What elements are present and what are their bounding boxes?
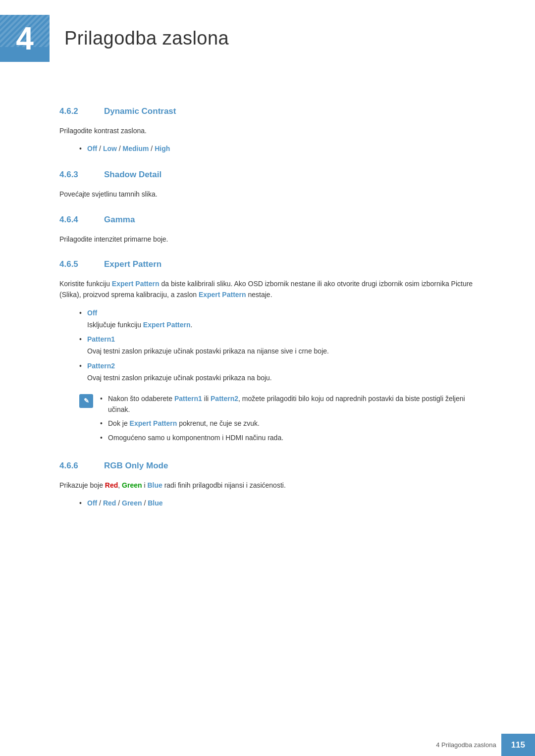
- section-heading-4-6-3: 4.6.3 Shadow Detail: [59, 170, 476, 180]
- option-off-desc: Isključuje funkciju Expert Pattern.: [87, 321, 192, 329]
- section-heading-4-6-2: 4.6.2 Dynamic Contrast: [59, 106, 476, 116]
- note-text-2b: pokrenut, ne čuje se zvuk.: [177, 419, 260, 427]
- note-item-1: Nakon što odaberete Pattern1 ili Pattern…: [100, 393, 476, 415]
- section-title-4-6-5: Expert Pattern: [104, 259, 161, 269]
- chapter-number: 4: [16, 23, 34, 54]
- pattern2-ref: Pattern2: [211, 395, 238, 403]
- note-icon-symbol: ✎: [84, 397, 89, 404]
- note-item-3: Omogućeno samo u komponentnom i HDMI nač…: [100, 432, 476, 443]
- list-item-pattern1: Pattern1 Ovaj testni zaslon prikazuje uč…: [79, 334, 476, 357]
- pattern1-ref: Pattern1: [174, 395, 202, 403]
- body-text-4-6-6: Prikazuje boje Red, Green i Blue radi fi…: [59, 480, 476, 491]
- page-footer: 4 Prilagodba zaslona 115: [0, 734, 535, 756]
- note-text-1b: ili: [202, 395, 211, 403]
- rgb-sep2: /: [118, 499, 122, 507]
- option-low: Low: [103, 145, 117, 152]
- body-text-intro: Koristite funkciju: [59, 280, 112, 288]
- option-high: High: [155, 145, 170, 152]
- section-title-4-6-3: Shadow Detail: [104, 170, 161, 180]
- chapter-block: 4: [0, 15, 50, 62]
- body-text-rgb-intro: Prikazuje boje: [59, 481, 105, 489]
- footer-page-number: 115: [501, 734, 535, 756]
- option-pattern2-desc: Ovaj testni zaslon prikazuje učinak post…: [87, 374, 272, 382]
- bullet-list-4-6-5: Off Isključuje funkciju Expert Pattern. …: [59, 307, 476, 384]
- page-container: 4 Prilagodba zaslona 4.6.2 Dynamic Contr…: [0, 0, 535, 756]
- section-4-6-3: 4.6.3 Shadow Detail Povećajte svjetlinu …: [59, 170, 476, 200]
- bullet-list-4-6-2: Off / Low / Medium / High: [59, 143, 476, 155]
- section-number-4-6-4: 4.6.4: [59, 215, 94, 225]
- option-pattern2-label: Pattern2: [87, 362, 115, 370]
- section-number-4-6-2: 4.6.2: [59, 106, 94, 116]
- section-number-4-6-5: 4.6.5: [59, 259, 94, 269]
- color-red: Red: [105, 481, 118, 489]
- expert-pattern-ref1: Expert Pattern: [112, 280, 160, 288]
- body-i: i: [142, 481, 148, 489]
- section-heading-4-6-6: 4.6.6 RGB Only Mode: [59, 461, 476, 471]
- separator: /: [151, 145, 155, 152]
- separator: /: [119, 145, 123, 152]
- option-off-label: Off: [87, 309, 97, 317]
- expert-pattern-ref3: Expert Pattern: [143, 321, 191, 329]
- bullet-list-4-6-6: Off / Red / Green / Blue: [59, 498, 476, 509]
- separator: /: [99, 145, 103, 152]
- main-content: 4.6.2 Dynamic Contrast Prilagodite kontr…: [0, 92, 535, 564]
- section-4-6-4: 4.6.4 Gamma Prilagodite intenzitet prima…: [59, 215, 476, 245]
- note-container: ✎ Nakon što odaberete Pattern1 ili Patte…: [59, 393, 476, 447]
- body-text-4-6-3: Povećajte svjetlinu tamnih slika.: [59, 189, 476, 200]
- rgb-option-green: Green: [122, 499, 142, 507]
- list-item-pattern2: Pattern2 Ovaj testni zaslon prikazuje uč…: [79, 360, 476, 384]
- page-header: 4 Prilagodba zaslona: [0, 0, 535, 77]
- list-item: Off / Low / Medium / High: [79, 143, 476, 155]
- list-item-off: Off Isključuje funkciju Expert Pattern.: [79, 307, 476, 331]
- section-title-4-6-2: Dynamic Contrast: [104, 106, 176, 116]
- section-heading-4-6-5: 4.6.5 Expert Pattern: [59, 259, 476, 269]
- option-pattern1-desc: Ovaj testni zaslon prikazuje učinak post…: [87, 347, 329, 355]
- section-4-6-6: 4.6.6 RGB Only Mode Prikazuje boje Red, …: [59, 461, 476, 509]
- note-icon: ✎: [79, 394, 93, 408]
- rgb-option-red: Red: [103, 499, 116, 507]
- body-text-4-6-5: Koristite funkciju Expert Pattern da bis…: [59, 278, 476, 301]
- note-bullets: Nakon što odaberete Pattern1 ili Pattern…: [100, 393, 476, 447]
- expert-pattern-ref2: Expert Pattern: [199, 291, 246, 299]
- note-item-2: Dok je Expert Pattern pokrenut, ne čuje …: [100, 418, 476, 429]
- section-4-6-2: 4.6.2 Dynamic Contrast Prilagodite kontr…: [59, 106, 476, 155]
- option-medium: Medium: [123, 145, 149, 152]
- rgb-option-off: Off: [87, 499, 97, 507]
- color-green: Green: [122, 481, 142, 489]
- body-text-4-6-2: Prilagodite kontrast zaslona.: [59, 125, 476, 136]
- body-rgb-cont: radi finih prilagodbi nijansi i zasićeno…: [162, 481, 286, 489]
- color-blue: Blue: [147, 481, 162, 489]
- comma1: ,: [118, 481, 122, 489]
- note-text-1a: Nakon što odaberete: [108, 395, 174, 403]
- note-text-2a: Dok je: [108, 419, 130, 427]
- section-heading-4-6-4: 4.6.4 Gamma: [59, 215, 476, 225]
- rgb-sep3: /: [144, 499, 148, 507]
- rgb-option-blue: Blue: [148, 499, 162, 507]
- section-number-4-6-3: 4.6.3: [59, 170, 94, 180]
- section-title-4-6-4: Gamma: [104, 215, 135, 225]
- body-text-4-6-4: Prilagodite intenzitet primarne boje.: [59, 234, 476, 245]
- page-number: 115: [511, 740, 525, 750]
- section-number-4-6-6: 4.6.6: [59, 461, 94, 471]
- list-item-rgb: Off / Red / Green / Blue: [79, 498, 476, 509]
- footer-text: 4 Prilagodba zaslona: [436, 741, 501, 749]
- option-off: Off: [87, 145, 97, 152]
- section-title-4-6-6: RGB Only Mode: [104, 461, 168, 471]
- section-4-6-5: 4.6.5 Expert Pattern Koristite funkciju …: [59, 259, 476, 446]
- expert-pattern-ref4: Expert Pattern: [130, 419, 177, 427]
- note-text-3: Omogućeno samo u komponentnom i HDMI nač…: [108, 434, 283, 442]
- chapter-title: Prilagodba zaslona: [64, 28, 229, 49]
- rgb-sep1: /: [99, 499, 103, 507]
- body-text-end: nestaje.: [246, 291, 272, 299]
- option-pattern1-label: Pattern1: [87, 335, 115, 343]
